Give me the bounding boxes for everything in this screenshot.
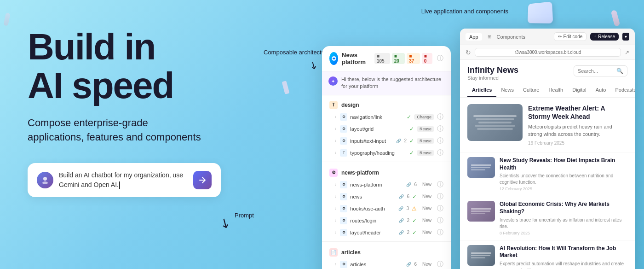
typography-name: typography/heading: [350, 150, 407, 156]
layout-grid-row[interactable]: › ⚙ layout/grid ✓ Reuse ⓘ: [322, 123, 451, 135]
layout-grid-name: layout/grid: [350, 126, 407, 132]
nav-link-icon: ⚙: [340, 113, 347, 121]
art-new-btn1[interactable]: New: [420, 261, 434, 267]
browser-tab-app[interactable]: App: [466, 33, 482, 41]
design-icon: T: [329, 101, 338, 109]
typography-row[interactable]: › T typography/heading ✓ Reuse ⓘ: [322, 147, 451, 159]
nav-culture[interactable]: Culture: [518, 83, 544, 97]
nav-link-info[interactable]: ⓘ: [437, 113, 443, 121]
design-section-header: T design: [322, 97, 451, 111]
article-row-3[interactable]: AI Revolution: How It Will Transform the…: [460, 240, 635, 269]
np-info3[interactable]: ⓘ: [437, 205, 443, 213]
np-info4[interactable]: ⓘ: [437, 216, 443, 225]
nav-link-name: navigation/link: [350, 114, 404, 120]
badge-green: ■ 20: [392, 53, 405, 64]
featured-article-image: [467, 104, 523, 141]
np-row3[interactable]: › ⚙ hooks/use-auth 🔗3 ⚠ New ⓘ: [322, 203, 451, 215]
article-2-title: Global Economic Crisis: Why Are Markets …: [500, 201, 627, 215]
badge-orange: ■ 37: [407, 53, 420, 64]
np-new-btn5[interactable]: New: [420, 229, 434, 235]
browser-tab-components[interactable]: ⊞ Components: [488, 33, 529, 41]
featured-article[interactable]: Extreme Weather Alert: A Stormy Week Ahe…: [460, 98, 635, 152]
news-tagline: Stay informed: [467, 75, 518, 81]
article-3-title: AI Revolution: How It Will Transform the…: [500, 245, 627, 259]
url-bar[interactable]: r3wsa3000.workspaces.bit.cloud: [475, 48, 621, 57]
refresh-icon[interactable]: ↻: [466, 49, 471, 56]
article-1-image: [467, 157, 495, 178]
nav-link-change-btn[interactable]: Change: [414, 114, 434, 120]
article-2-image: [467, 201, 495, 222]
np-row5[interactable]: › ⚙ layout/header 🔗2 ✓ New ⓘ: [322, 227, 451, 239]
nav-link-check: ✓: [407, 114, 411, 120]
np-new-btn2[interactable]: New: [420, 193, 434, 199]
art-row1[interactable]: › ⚙ articles 🔗6 New ⓘ: [322, 258, 451, 269]
nav-health[interactable]: Health: [544, 83, 568, 97]
user-avatar: [37, 172, 53, 188]
search-input[interactable]: [578, 68, 615, 74]
nav-news[interactable]: News: [496, 83, 518, 97]
news-platform-label: news-platform: [341, 170, 379, 176]
np-row2[interactable]: › ⚙ news 🔗6 ✓ New ⓘ: [322, 191, 451, 203]
prompt-text: Build an AI chatbot for my organization,…: [59, 170, 188, 190]
nav-auto[interactable]: Auto: [591, 83, 611, 97]
search-box[interactable]: 🔍: [574, 65, 627, 76]
articles-icon: 📄: [329, 248, 338, 257]
badge-red: ■ 0: [422, 53, 432, 64]
send-button[interactable]: [193, 171, 212, 189]
inputs-row[interactable]: › ⚙ inputs/text-input 🔗 2 ✓ Reuse ⓘ: [322, 135, 451, 147]
articles-section: 📄 articles › ⚙ articles 🔗6 New ⓘ › ⚙ ent…: [322, 243, 451, 269]
divider2: [322, 241, 451, 242]
layout-grid-reuse-btn[interactable]: Reuse: [417, 126, 434, 132]
layout-grid-info[interactable]: ⓘ: [437, 125, 443, 133]
featured-article-desc: Meteorologists predict heavy rain and st…: [528, 123, 627, 138]
article-1-title: New Study Reveals: How Diet Impacts Brai…: [500, 157, 627, 171]
article-row-1[interactable]: New Study Reveals: How Diet Impacts Brai…: [460, 152, 635, 196]
layout-grid-check: ✓: [409, 126, 414, 132]
edit-code-button[interactable]: ✏ Edit code: [554, 32, 587, 41]
bit-panel-header: News platform ■ 105 ■ 20 ■ 37 ■ 0 ⓘ: [322, 46, 451, 71]
np-info2[interactable]: ⓘ: [437, 193, 443, 201]
news-platform-icon: ⚙: [329, 169, 338, 177]
np-name4: routes/login: [350, 218, 396, 223]
article-1-desc: Scientists uncover the connection betwee…: [500, 173, 627, 186]
inputs-info[interactable]: ⓘ: [437, 137, 443, 145]
article-1-date: 12 February 2025: [500, 187, 627, 191]
inputs-link: 🔗: [396, 139, 401, 143]
nav-digital[interactable]: Digital: [568, 83, 591, 97]
browser-tabs: App ⊞ Components: [466, 33, 529, 41]
news-app-panel: App ⊞ Components ✏ Edit code ↑ Release ▾…: [460, 29, 635, 269]
nav-articles[interactable]: Articlles: [467, 83, 496, 97]
article-row-2[interactable]: Global Economic Crisis: Why Are Markets …: [460, 196, 635, 240]
badge-total: ■ 105: [374, 53, 390, 64]
article-1-meta: New Study Reveals: How Diet Impacts Brai…: [500, 157, 627, 191]
typography-info[interactable]: ⓘ: [437, 149, 443, 157]
np-new-btn3[interactable]: New: [420, 205, 434, 211]
np-row1[interactable]: › ⚙ news-platform 🔗6 New ⓘ: [322, 179, 451, 191]
prompt-box[interactable]: Build an AI chatbot for my organization,…: [28, 163, 221, 197]
browser-top-bar: App ⊞ Components ✏ Edit code ↑ Release ▾: [460, 29, 635, 45]
news-brand-block: Infinity News Stay informed: [467, 65, 518, 81]
nav-podcasts[interactable]: Podcasts: [610, 83, 635, 97]
np-new-btn1[interactable]: New: [420, 181, 434, 187]
np-name2: news: [350, 194, 396, 199]
inputs-reuse-btn[interactable]: Reuse: [417, 138, 434, 144]
release-button[interactable]: ↑ Release: [590, 33, 619, 41]
np-info5[interactable]: ⓘ: [437, 228, 443, 237]
art-name1: articles: [350, 262, 403, 267]
search-icon: 🔍: [616, 68, 623, 74]
articles-section-header: 📄 articles: [322, 245, 451, 258]
featured-article-meta: Extreme Weather Alert: A Stormy Week Ahe…: [528, 104, 627, 146]
more-options-button[interactable]: ▾: [622, 33, 629, 41]
nav-link-row[interactable]: › ⚙ navigation/link ✓ Change ⓘ: [322, 111, 451, 123]
bit-badges: ■ 105 ■ 20 ■ 37 ■ 0: [374, 53, 432, 64]
inputs-icon: ⚙: [340, 137, 347, 145]
np-row4[interactable]: › ⚙ routes/login 🔗2 ✓ New ⓘ: [322, 215, 451, 227]
typography-reuse-btn[interactable]: Reuse: [417, 150, 434, 156]
info-icon[interactable]: ⓘ: [437, 54, 443, 63]
news-nav: Articlles News Culture Health Digital Au…: [460, 83, 635, 98]
np-info1[interactable]: ⓘ: [437, 181, 443, 189]
np-new-btn4[interactable]: New: [420, 217, 434, 223]
art-info1[interactable]: ⓘ: [437, 260, 443, 269]
np-name1: news-platform: [350, 182, 403, 187]
external-link-icon[interactable]: ↗: [625, 49, 629, 56]
